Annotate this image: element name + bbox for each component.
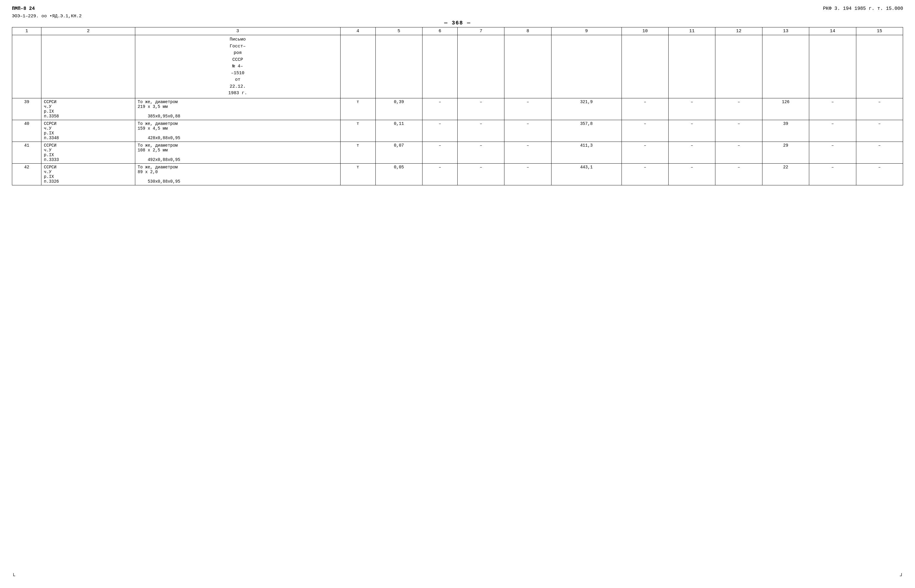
subheader: ЭОЭ–1–229. оо •ЯД.Э.1,КН.2 <box>12 14 903 19</box>
header-left: ПМП-8 24 <box>12 6 35 11</box>
col-header-8: 8 <box>504 27 551 35</box>
table-header-row: 1 2 3 4 5 6 7 8 9 10 11 12 13 14 15 <box>12 27 903 35</box>
col10-cell: – <box>621 142 668 163</box>
col10-cell: – <box>621 163 668 185</box>
intro-col9 <box>551 35 621 99</box>
col13-cell: 22 <box>762 163 809 185</box>
col-header-2: 2 <box>41 27 135 35</box>
corner-bottom-right: ┘ <box>900 573 903 579</box>
col9-cell: 443,1 <box>551 163 621 185</box>
col-header-1: 1 <box>12 27 41 35</box>
col5-cell: 0,05 <box>375 163 422 185</box>
col14-cell: – <box>809 120 856 142</box>
col5-cell: 0,39 <box>375 98 422 120</box>
col3-cell: То же, диаметром159 х 4,5 мм 428х0,88х0,… <box>135 120 340 142</box>
col7-cell: – <box>457 120 504 142</box>
num-cell: 42 <box>12 163 41 185</box>
col13-cell: 39 <box>762 120 809 142</box>
intro-col6 <box>422 35 457 99</box>
col4-cell: т <box>340 98 375 120</box>
intro-col2 <box>41 35 135 99</box>
col-header-9: 9 <box>551 27 621 35</box>
col9-cell: 357,8 <box>551 120 621 142</box>
col15-cell: – <box>856 120 903 142</box>
col6-cell: – <box>422 142 457 163</box>
col6-cell: – <box>422 98 457 120</box>
intro-col3: ПисьмоГосст–рояСССР№ 4––1510от22.12.1983… <box>135 35 340 99</box>
col7-cell: – <box>457 163 504 185</box>
col15-cell: – <box>856 163 903 185</box>
intro-col14 <box>809 35 856 99</box>
col2-cell: ССРСИч.Ур.IXп.3333 <box>41 142 135 163</box>
col5-cell: 0,07 <box>375 142 422 163</box>
col11-cell: – <box>669 142 715 163</box>
col7-cell: – <box>457 98 504 120</box>
col11-cell: – <box>669 163 715 185</box>
col4-cell: т <box>340 142 375 163</box>
col11-cell: – <box>669 120 715 142</box>
col2-cell: ССРСИч.Ур.IXп.3348 <box>41 120 135 142</box>
col-header-4: 4 <box>340 27 375 35</box>
col11-cell: – <box>669 98 715 120</box>
col-header-11: 11 <box>669 27 715 35</box>
col-header-12: 12 <box>715 27 762 35</box>
subheader-text: ЭОЭ–1–229. оо •ЯД.Э.1,КН.2 <box>12 14 82 19</box>
col-header-7: 7 <box>457 27 504 35</box>
col14-cell: – <box>809 98 856 120</box>
intro-row: ПисьмоГосст–рояСССР№ 4––1510от22.12.1983… <box>12 35 903 99</box>
intro-col12 <box>715 35 762 99</box>
intro-col13 <box>762 35 809 99</box>
col8-cell: – <box>504 98 551 120</box>
table-row: 41ССРСИч.Ур.IXп.3333То же, диаметром108 … <box>12 142 903 163</box>
col-header-15: 15 <box>856 27 903 35</box>
corner-bottom-left: └ <box>12 573 15 579</box>
col8-cell: – <box>504 163 551 185</box>
col9-cell: 411,3 <box>551 142 621 163</box>
col8-cell: – <box>504 120 551 142</box>
col15-cell: – <box>856 98 903 120</box>
intro-col8 <box>504 35 551 99</box>
intro-col10 <box>621 35 668 99</box>
table-row: 42ССРСИч.Ур.IXп.3326То же, диаметром89 х… <box>12 163 903 185</box>
col13-cell: 126 <box>762 98 809 120</box>
col-header-5: 5 <box>375 27 422 35</box>
col12-cell: – <box>715 163 762 185</box>
col12-cell: – <box>715 98 762 120</box>
col12-cell: – <box>715 120 762 142</box>
num-cell: 41 <box>12 142 41 163</box>
col4-cell: т <box>340 120 375 142</box>
col4-cell: т <box>340 163 375 185</box>
col6-cell: – <box>422 163 457 185</box>
col9-cell: 321,9 <box>551 98 621 120</box>
intro-col11 <box>669 35 715 99</box>
table-row: 40ССРСИч.Ур.IXп.3348То же, диаметром159 … <box>12 120 903 142</box>
intro-col7 <box>457 35 504 99</box>
col7-cell: – <box>457 142 504 163</box>
col-header-10: 10 <box>621 27 668 35</box>
intro-col15 <box>856 35 903 99</box>
col5-cell: 0,11 <box>375 120 422 142</box>
num-cell: 40 <box>12 120 41 142</box>
col-header-3: 3 <box>135 27 340 35</box>
col15-cell: – <box>856 142 903 163</box>
intro-col1 <box>12 35 41 99</box>
col3-cell: То же, диаметром89 х 2,0 530х0,88х0,95 <box>135 163 340 185</box>
col12-cell: – <box>715 142 762 163</box>
table-row: 39ССРСИч.Ур.IXп.3358То же, диаметром219 … <box>12 98 903 120</box>
col10-cell: – <box>621 120 668 142</box>
col10-cell: – <box>621 98 668 120</box>
intro-col4 <box>340 35 375 99</box>
intro-col5 <box>375 35 422 99</box>
col14-cell: – <box>809 142 856 163</box>
num-cell: 39 <box>12 98 41 120</box>
col6-cell: – <box>422 120 457 142</box>
header-right: РКФ 3. 194 1985 г. т. 15.000 <box>823 6 903 11</box>
col-header-6: 6 <box>422 27 457 35</box>
col14-cell: – <box>809 163 856 185</box>
col-header-14: 14 <box>809 27 856 35</box>
col3-cell: То же, диаметром108 х 2,5 мм 492х0,88х0,… <box>135 142 340 163</box>
col8-cell: – <box>504 142 551 163</box>
col2-cell: ССРСИч.Ур.IXп.3326 <box>41 163 135 185</box>
page-number: — 368 — <box>12 20 903 26</box>
page-header: ПМП-8 24 РКФ 3. 194 1985 г. т. 15.000 <box>12 6 903 11</box>
